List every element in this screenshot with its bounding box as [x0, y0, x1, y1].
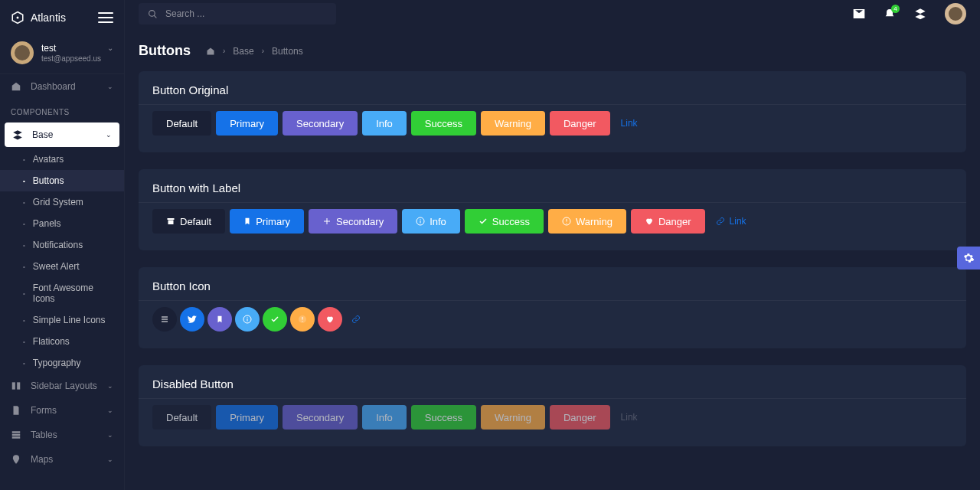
menu-toggle-icon[interactable] [98, 12, 113, 23]
bookmark-icon [243, 217, 251, 226]
warning-button[interactable]: Warning [548, 209, 626, 234]
svg-rect-5 [168, 218, 175, 220]
svg-point-0 [17, 17, 19, 19]
align-icon [160, 315, 169, 324]
card-title: Button Original [139, 71, 966, 104]
danger-button[interactable]: Danger [631, 209, 705, 234]
icon-button-danger[interactable] [318, 307, 342, 332]
sidebar-sub-panels[interactable]: Panels [0, 213, 124, 234]
bookmark-icon [216, 315, 224, 324]
icon-button-default[interactable] [152, 307, 177, 332]
plus-icon [322, 217, 332, 226]
table-icon [11, 430, 23, 440]
sidebar-item-sidebar-layouts[interactable]: Sidebar Layouts ⌄ [0, 374, 124, 398]
check-icon [479, 217, 488, 226]
brand-icon [11, 11, 24, 24]
info-button[interactable]: Info [402, 209, 460, 234]
success-button-disabled: Success [411, 405, 476, 430]
notification-badge: 4 [891, 5, 900, 13]
sidebar-sub-typography[interactable]: Typography [0, 352, 124, 374]
home-icon [11, 81, 23, 92]
archive-icon [166, 217, 175, 226]
card-disabled-button: Disabled Button Default Primary Secondar… [139, 365, 966, 446]
breadcrumb-current: Buttons [272, 46, 303, 57]
sidebar-sub-flaticons[interactable]: Flaticons [0, 331, 124, 352]
link-icon [716, 217, 725, 226]
nav-section-components: COMPONENTS [0, 99, 124, 121]
svg-point-9 [420, 219, 421, 220]
svg-point-15 [247, 317, 247, 318]
sidebar-item-maps[interactable]: Maps ⌄ [0, 447, 124, 472]
user-menu-avatar[interactable] [945, 3, 966, 24]
brand-logo[interactable]: Atlantis [11, 11, 66, 24]
brand-name: Atlantis [31, 11, 66, 24]
card-title: Button Icon [139, 267, 966, 300]
icon-button-primary[interactable] [180, 307, 204, 332]
search-field[interactable] [165, 8, 327, 19]
default-button[interactable]: Default [152, 111, 211, 136]
search-input[interactable] [139, 3, 336, 24]
svg-rect-17 [302, 317, 303, 320]
danger-button-disabled: Danger [550, 405, 610, 430]
sidebar-item-label: Maps [31, 454, 53, 465]
info-button-disabled: Info [362, 405, 407, 430]
warning-button[interactable]: Warning [481, 111, 545, 136]
layers-icon[interactable] [910, 8, 931, 20]
exclamation-icon [298, 315, 307, 324]
sidebar-item-dashboard[interactable]: Dashboard ⌄ [0, 74, 124, 99]
heart-icon [645, 217, 654, 226]
link-button[interactable]: Link [710, 209, 753, 234]
default-button[interactable]: Default [152, 209, 225, 234]
primary-button[interactable]: Primary [230, 209, 304, 234]
svg-point-12 [566, 223, 567, 224]
heart-icon [325, 315, 335, 324]
sidebar-sub-sweetalert[interactable]: Sweet Alert [0, 256, 124, 277]
svg-rect-14 [247, 318, 248, 322]
sidebar-sub-buttons[interactable]: Buttons [0, 170, 124, 191]
sidebar-item-forms[interactable]: Forms ⌄ [0, 398, 124, 423]
sidebar-sub-grid[interactable]: Grid System [0, 191, 124, 213]
card-button-with-label: Button with Label Default Primary Second… [139, 169, 966, 250]
notifications-icon[interactable]: 4 [879, 8, 900, 20]
sidebar-sub-fontawesome[interactable]: Font Awesome Icons [0, 277, 124, 309]
sidebar-item-label: Sidebar Layouts [31, 381, 97, 391]
search-icon [148, 9, 158, 19]
icon-button-link[interactable] [347, 307, 365, 332]
user-block[interactable]: test test@appseed.us ⌄ [0, 32, 124, 74]
icon-button-secondary[interactable] [207, 307, 232, 332]
messages-icon[interactable] [848, 8, 870, 20]
check-icon [270, 315, 279, 324]
breadcrumb-base[interactable]: Base [233, 46, 253, 57]
sidebar-sub-avatars[interactable]: Avatars [0, 149, 124, 170]
sidebar-item-base[interactable]: Base ⌄ [5, 122, 119, 147]
danger-button[interactable]: Danger [550, 111, 610, 136]
success-button[interactable]: Success [411, 111, 476, 136]
link-button[interactable]: Link [615, 111, 644, 136]
chevron-right-icon: › [262, 47, 264, 55]
secondary-button[interactable]: Secondary [283, 111, 358, 136]
breadcrumb-home[interactable] [206, 47, 215, 56]
svg-rect-8 [420, 220, 421, 224]
success-button[interactable]: Success [465, 209, 544, 234]
gear-icon [962, 252, 975, 264]
sidebar-item-label: Tables [31, 430, 57, 440]
icon-button-warning[interactable] [290, 307, 315, 332]
secondary-button[interactable]: Secondary [309, 209, 397, 234]
svg-line-4 [154, 15, 156, 18]
sidebar-sub-notifications[interactable]: Notifications [0, 234, 124, 256]
settings-fab[interactable] [957, 247, 980, 270]
primary-button-disabled: Primary [216, 405, 278, 430]
svg-point-3 [149, 10, 155, 16]
icon-button-info[interactable] [235, 307, 260, 332]
breadcrumb: › Base › Buttons [206, 46, 303, 57]
info-button[interactable]: Info [362, 111, 407, 136]
sidebar-sub-simpleline[interactable]: Simple Line Icons [0, 309, 124, 331]
svg-rect-11 [566, 219, 567, 222]
sidebar-item-label: Forms [31, 405, 57, 416]
page-title: Buttons [139, 43, 191, 59]
sidebar-item-tables[interactable]: Tables ⌄ [0, 423, 124, 447]
svg-rect-2 [17, 382, 20, 389]
icon-button-success[interactable] [263, 307, 287, 332]
chevron-down-icon: ⌄ [107, 382, 113, 390]
primary-button[interactable]: Primary [216, 111, 278, 136]
